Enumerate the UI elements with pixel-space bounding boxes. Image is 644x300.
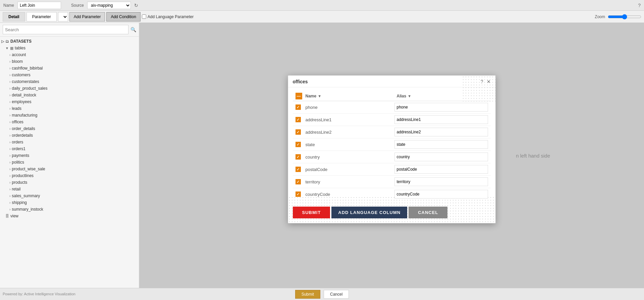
row-check-state[interactable] — [296, 142, 306, 147]
chevron-right-icon: › — [9, 134, 10, 137]
sidebar-item-customers[interactable]: › customers — [0, 72, 139, 78]
checkbox-state[interactable] — [296, 142, 301, 147]
alias-input-territory[interactable] — [394, 177, 488, 186]
alias-input-country[interactable] — [394, 153, 488, 161]
row-check-addressline1[interactable] — [296, 117, 306, 122]
bottom-submit-button[interactable]: Submit — [295, 290, 320, 299]
add-language-param-checkbox[interactable] — [142, 14, 146, 19]
rows-container[interactable]: phone addressLine1 — [293, 101, 491, 199]
table-row: country — [293, 151, 491, 163]
chevron-right-icon: › — [9, 127, 10, 131]
checkbox-addressline2[interactable] — [296, 129, 301, 135]
alias-input-countrycode[interactable] — [394, 190, 488, 199]
alias-input-addressline1[interactable] — [394, 115, 488, 124]
chevron-right-icon: › — [9, 187, 10, 191]
tab-dropdown[interactable] — [58, 12, 68, 22]
row-check-territory[interactable] — [296, 179, 306, 184]
sidebar-item-orders[interactable]: › orders — [0, 139, 139, 145]
tab-parameter[interactable]: Parameter — [26, 12, 57, 22]
row-check-postalcode[interactable] — [296, 167, 306, 172]
search-input[interactable] — [3, 25, 128, 34]
sidebar-item-detail-instock[interactable]: › detail_instock — [0, 92, 139, 98]
chevron-right-icon: › — [9, 67, 10, 70]
folder-icon: ▷ — [1, 39, 4, 44]
alias-filter-icon[interactable]: ▼ — [408, 94, 411, 98]
sidebar-item-product-wise-sale[interactable]: › product_wise_sale — [0, 166, 139, 172]
chevron-right-icon: › — [9, 140, 10, 144]
tab-detail[interactable]: Detail — [3, 12, 25, 22]
modal-help-icon[interactable]: ? — [481, 79, 483, 84]
add-language-column-button[interactable]: ADD LANGUAGE COLUMN — [331, 207, 407, 218]
sidebar-item-view[interactable]: 🗄 view — [0, 213, 139, 219]
sidebar-item-daily-product-sales[interactable]: › daily_product_sales — [0, 85, 139, 92]
tree-item-datasets[interactable]: ▷ 🗂 DATASETS — [0, 38, 139, 45]
col-name-territory: territory — [306, 179, 394, 184]
table-row: countryCode — [293, 188, 491, 199]
arrow-down-icon: ▼ — [5, 46, 9, 50]
add-language-param-label[interactable]: Add Language Parameter — [142, 14, 194, 19]
chevron-right-icon: › — [9, 201, 10, 205]
sidebar-item-politics[interactable]: › politics — [0, 159, 139, 166]
chevron-right-icon: › — [9, 100, 10, 104]
tree-item-tables[interactable]: ▼ ▦ tables — [0, 45, 139, 51]
checkbox-addressline1[interactable] — [296, 117, 301, 122]
sidebar-item-shipping[interactable]: › shipping — [0, 199, 139, 206]
sidebar-item-manufacturing[interactable]: › manufacturing — [0, 112, 139, 119]
sidebar-item-account[interactable]: › account — [0, 51, 139, 58]
header-checkbox[interactable]: — — [296, 93, 302, 99]
row-check-phone[interactable] — [296, 104, 306, 110]
row-check-country[interactable] — [296, 154, 306, 160]
sidebar-item-retail[interactable]: › retail — [0, 186, 139, 192]
checkbox-phone[interactable] — [296, 104, 301, 110]
checkbox-countrycode[interactable] — [296, 191, 301, 197]
sidebar-item-productlines[interactable]: › productlines — [0, 172, 139, 179]
chevron-right-icon: › — [9, 73, 10, 77]
bottom-cancel-button[interactable]: Cancel — [324, 290, 349, 299]
sidebar-item-customerstates[interactable]: › customerstates — [0, 78, 139, 85]
source-select[interactable]: aiv-mapping — [87, 2, 131, 9]
checkbox-postalcode[interactable] — [296, 167, 301, 172]
col-name-country: country — [306, 155, 394, 160]
table-row: territory — [293, 176, 491, 188]
sidebar-item-employees[interactable]: › employees — [0, 98, 139, 105]
col-header-alias: Alias ▼ — [397, 94, 488, 98]
refresh-icon[interactable]: ↻ — [134, 3, 138, 8]
sidebar-item-sales-summary[interactable]: › sales_summary — [0, 192, 139, 199]
table-row: addressLine2 — [293, 126, 491, 138]
col-name-countrycode: countryCode — [306, 192, 394, 197]
add-condition-button[interactable]: Add Condition — [106, 12, 140, 22]
bottom-bar: Powered by: Active Intelligence Visualiz… — [0, 288, 644, 300]
top-bar: Name Source aiv-mapping ↻ ? — [0, 0, 644, 11]
submit-button[interactable]: SUBMIT — [293, 207, 330, 218]
sidebar-item-offices[interactable]: › offices — [0, 119, 139, 125]
table-row: state — [293, 138, 491, 151]
alias-input-addressline2[interactable] — [394, 128, 488, 136]
view-icon: 🗄 — [5, 214, 9, 218]
row-check-countrycode[interactable] — [296, 191, 306, 197]
zoom-slider[interactable] — [608, 14, 641, 19]
table-row: phone — [293, 101, 491, 114]
sidebar-item-orders1[interactable]: › orders1 — [0, 145, 139, 152]
alias-input-state[interactable] — [394, 140, 488, 149]
alias-input-phone[interactable] — [394, 103, 488, 112]
sidebar-item-order-details[interactable]: › order_details — [0, 125, 139, 132]
sidebar-item-products[interactable]: › products — [0, 179, 139, 186]
checkbox-country[interactable] — [296, 154, 301, 160]
row-check-addressline2[interactable] — [296, 129, 306, 135]
sidebar-item-summary-instock[interactable]: › summary_instock — [0, 206, 139, 213]
sidebar-item-leads[interactable]: › leads — [0, 105, 139, 112]
cancel-button[interactable]: CANCEL — [409, 207, 447, 218]
name-input[interactable] — [17, 2, 61, 9]
sidebar-item-bloom[interactable]: › bloom — [0, 58, 139, 65]
alias-input-postalcode[interactable] — [394, 165, 488, 174]
name-filter-icon[interactable]: ▼ — [318, 94, 321, 98]
sidebar-item-orderdetails[interactable]: › orderdetails — [0, 132, 139, 139]
checkbox-territory[interactable] — [296, 179, 301, 184]
help-icon[interactable]: ? — [638, 3, 641, 8]
add-parameter-button[interactable]: Add Parameter — [69, 12, 105, 22]
sidebar-item-payments[interactable]: › payments — [0, 152, 139, 159]
sidebar-item-cashflow[interactable]: › cashflow_bibirbal — [0, 65, 139, 72]
modal-close-icon[interactable]: ✕ — [487, 79, 491, 84]
chevron-right-icon: › — [9, 181, 10, 184]
datasets-icon: 🗂 — [5, 39, 9, 43]
